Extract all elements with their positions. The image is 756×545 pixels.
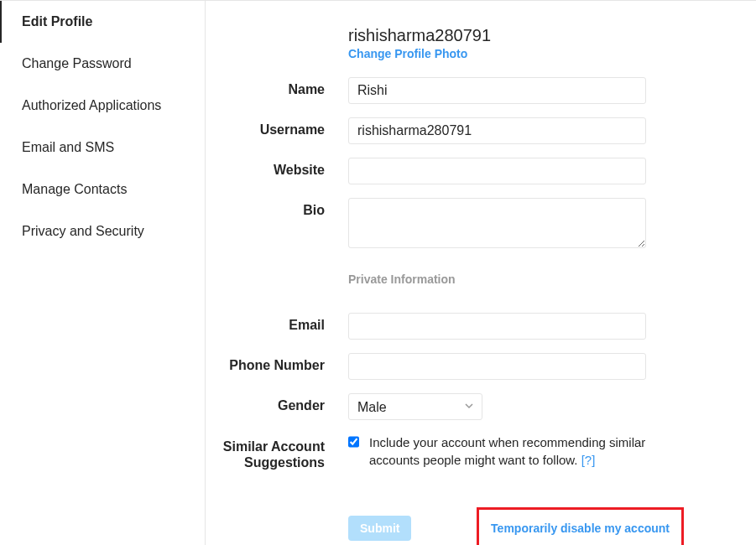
- website-input[interactable]: [348, 158, 646, 184]
- suggestions-description: Include your account when recommending s…: [369, 433, 667, 469]
- gender-label: Gender: [206, 393, 348, 413]
- gender-select[interactable]: Male: [348, 393, 482, 420]
- bio-label: Bio: [206, 198, 348, 218]
- sidebar-item-privacy-and-security[interactable]: Privacy and Security: [0, 210, 205, 252]
- email-input[interactable]: [348, 313, 646, 340]
- phone-label: Phone Number: [206, 353, 348, 373]
- settings-container: Edit Profile Change Password Authorized …: [0, 0, 756, 545]
- submit-button[interactable]: Submit: [348, 516, 411, 541]
- suggestions-checkbox[interactable]: [348, 436, 359, 448]
- bio-textarea[interactable]: [348, 198, 646, 248]
- sidebar-item-change-password[interactable]: Change Password: [0, 43, 205, 85]
- sidebar-item-edit-profile[interactable]: Edit Profile: [0, 1, 205, 43]
- private-information-heading: Private Information: [348, 272, 646, 286]
- profile-header: rishisharma280791 Change Profile Photo: [206, 26, 722, 60]
- suggestions-label: Similar Account Suggestions: [206, 433, 348, 470]
- username-label: Username: [206, 117, 348, 138]
- sidebar-item-email-and-sms[interactable]: Email and SMS: [0, 127, 205, 169]
- suggestions-help-link[interactable]: [?]: [581, 453, 596, 467]
- sidebar-item-authorized-applications[interactable]: Authorized Applications: [0, 85, 205, 127]
- email-label: Email: [206, 313, 348, 333]
- website-label: Website: [206, 158, 348, 178]
- settings-sidebar: Edit Profile Change Password Authorized …: [0, 1, 206, 545]
- sidebar-item-manage-contacts[interactable]: Manage Contacts: [0, 169, 205, 210]
- phone-input[interactable]: [348, 353, 646, 380]
- settings-main: rishisharma280791 Change Profile Photo N…: [206, 1, 756, 545]
- profile-username-heading: rishisharma280791: [348, 26, 722, 45]
- change-profile-photo-button[interactable]: Change Profile Photo: [348, 47, 467, 60]
- username-input[interactable]: [348, 117, 646, 144]
- disable-account-highlight: Temporarily disable my account: [477, 507, 684, 545]
- temporarily-disable-account-link[interactable]: Temporarily disable my account: [491, 522, 670, 535]
- name-label: Name: [206, 77, 348, 97]
- name-input[interactable]: [348, 77, 646, 104]
